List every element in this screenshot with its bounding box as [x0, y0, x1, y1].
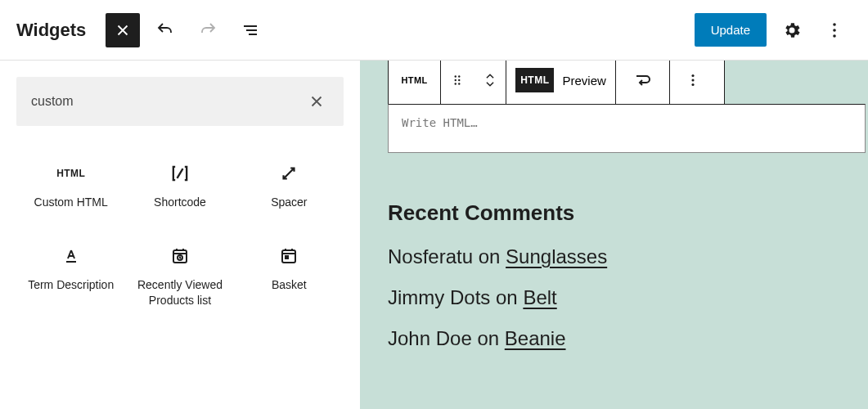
html-preview-toggle[interactable]: HTML Preview: [506, 61, 616, 104]
kebab-icon: [684, 71, 702, 89]
svg-rect-6: [286, 256, 288, 258]
editor-canvas: Cloudup Block HTML HTML Preview Write HT…: [360, 61, 868, 409]
page-title: Widgets: [16, 20, 86, 41]
inserter-panel: HTML Custom HTML Shortcode Spacer Term: [0, 61, 360, 409]
svg-point-10: [458, 79, 460, 81]
svg-point-13: [691, 74, 694, 77]
block-recently-viewed[interactable]: Recently Viewed Products list: [125, 238, 234, 313]
svg-point-14: [691, 79, 694, 81]
undo-button[interactable]: [148, 13, 182, 47]
html-icon: HTML: [56, 168, 85, 179]
block-spacer[interactable]: Spacer: [235, 155, 344, 215]
block-more-button[interactable]: [670, 61, 716, 104]
calendar-icon: [279, 246, 299, 266]
chevron-down-icon: [484, 80, 496, 88]
block-basket[interactable]: Basket: [235, 238, 344, 313]
comment-post-link[interactable]: Beanie: [505, 327, 566, 349]
svg-point-12: [458, 83, 460, 84]
clear-search-button[interactable]: [304, 89, 329, 114]
term-description-icon: [61, 246, 81, 266]
list-view-icon: [241, 20, 260, 40]
redo-button[interactable]: [191, 13, 225, 47]
svg-point-8: [458, 75, 460, 77]
comment-post-link[interactable]: Sunglasses: [506, 245, 607, 267]
block-custom-html[interactable]: HTML Custom HTML: [16, 155, 125, 215]
svg-point-2: [833, 34, 836, 38]
comment-post-link[interactable]: Belt: [523, 286, 556, 308]
block-term-description[interactable]: Term Description: [16, 238, 125, 313]
close-inserter-button[interactable]: [106, 13, 140, 47]
block-shortcode[interactable]: Shortcode: [125, 155, 234, 215]
spacer-icon: [278, 163, 299, 184]
gear-icon: [782, 20, 802, 40]
close-icon: [114, 21, 132, 39]
block-type-button[interactable]: HTML: [389, 61, 441, 104]
move-buttons[interactable]: [474, 61, 506, 104]
block-search: [16, 77, 344, 126]
chevron-up-icon: [484, 72, 496, 80]
html-editor-textarea[interactable]: Write HTML…: [388, 104, 866, 153]
svg-point-15: [691, 83, 694, 86]
settings-button[interactable]: [775, 13, 809, 47]
svg-point-1: [833, 29, 836, 32]
redo-icon: [198, 20, 218, 40]
update-button[interactable]: Update: [695, 13, 767, 47]
close-icon: [308, 92, 326, 110]
recent-comments-heading: Recent Comments: [388, 200, 840, 226]
comment-item: Nosferatu on Sunglasses: [388, 245, 840, 268]
wrap-button[interactable]: [616, 61, 670, 104]
svg-point-0: [833, 23, 836, 26]
svg-point-7: [455, 75, 456, 77]
svg-point-11: [455, 83, 456, 84]
undo-icon: [155, 20, 175, 40]
list-view-button[interactable]: [233, 13, 268, 47]
drag-icon: [450, 73, 465, 88]
wrap-icon: [633, 70, 653, 90]
calendar-clock-icon: [170, 246, 190, 266]
more-options-button[interactable]: [817, 13, 852, 47]
block-toolbar: HTML HTML Preview: [388, 61, 725, 105]
svg-point-9: [455, 79, 456, 81]
kebab-icon: [825, 20, 844, 40]
search-input[interactable]: [31, 94, 304, 109]
comment-item: Jimmy Dots on Belt: [388, 286, 840, 309]
drag-handle[interactable]: [441, 61, 474, 104]
shortcode-icon: [169, 162, 191, 185]
top-bar: Widgets Update: [0, 0, 868, 61]
comment-item: John Doe on Beanie: [388, 327, 840, 350]
